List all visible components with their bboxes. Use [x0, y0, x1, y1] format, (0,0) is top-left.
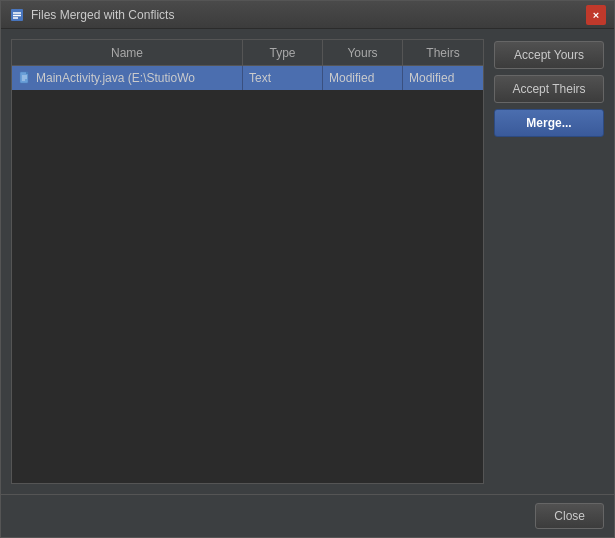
table-header: Name Type Yours Theirs [12, 40, 483, 66]
accept-yours-button[interactable]: Accept Yours [494, 41, 604, 69]
file-icon [18, 71, 32, 85]
cell-theirs: Modified [403, 66, 483, 90]
table-body: MainActivity.java (E:\StutioWo Text Modi… [12, 66, 483, 483]
column-type: Type [243, 40, 323, 65]
content-area: Name Type Yours Theirs [1, 29, 614, 494]
close-button[interactable]: Close [535, 503, 604, 529]
files-table: Name Type Yours Theirs [11, 39, 484, 484]
file-name: MainActivity.java (E:\StutioWo [36, 71, 195, 85]
cell-type: Text [243, 66, 323, 90]
window: Files Merged with Conflicts × Name Type … [0, 0, 615, 538]
accept-theirs-button[interactable]: Accept Theirs [494, 75, 604, 103]
action-buttons: Accept Yours Accept Theirs Merge... [494, 39, 604, 484]
title-bar: Files Merged with Conflicts × [1, 1, 614, 29]
column-yours: Yours [323, 40, 403, 65]
merge-button[interactable]: Merge... [494, 109, 604, 137]
cell-yours: Modified [323, 66, 403, 90]
column-name: Name [12, 40, 243, 65]
column-theirs: Theirs [403, 40, 483, 65]
window-icon [9, 7, 25, 23]
window-close-button[interactable]: × [586, 5, 606, 25]
cell-name: MainActivity.java (E:\StutioWo [12, 66, 243, 90]
table-row[interactable]: MainActivity.java (E:\StutioWo Text Modi… [12, 66, 483, 90]
window-title: Files Merged with Conflicts [31, 8, 586, 22]
footer: Close [1, 494, 614, 537]
